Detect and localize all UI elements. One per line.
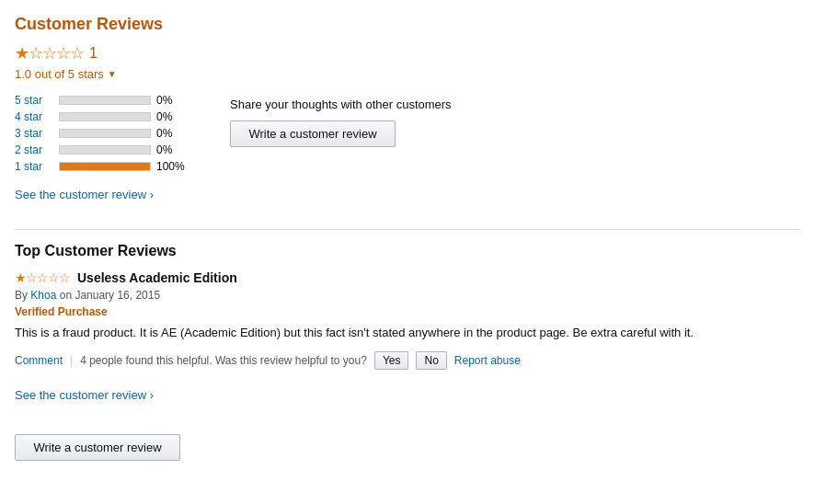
rating-bar-row: 4 star0% [15,110,184,123]
review-body: This is a fraud product. It is AE (Acade… [15,324,800,342]
review-count: 1 [89,45,98,62]
ratings-grid: 5 star0%4 star0%3 star0%2 star0%1 star10… [15,94,800,173]
see-reviews-link-bottom[interactable]: See the customer review › [15,388,154,402]
rating-bar-bg [59,112,151,121]
write-review-button-bottom[interactable]: Write a customer review [15,434,180,461]
ratings-bars: 5 star0%4 star0%3 star0%2 star0%1 star10… [15,94,184,173]
filled-stars: ★☆☆☆☆ [15,43,84,63]
rating-bar-label[interactable]: 2 star [15,143,53,156]
rating-bar-row: 1 star100% [15,160,184,173]
review-meta: By Khoa on January 16, 2015 [15,289,800,302]
rating-bar-pct: 100% [156,160,184,173]
rating-bar-label[interactable]: 4 star [15,110,53,123]
reviews-list: ★☆☆☆☆Useless Academic EditionBy Khoa on … [15,270,800,370]
review-stars-title-row: ★☆☆☆☆Useless Academic Edition [15,270,800,285]
rating-bar-fill [60,163,150,170]
section-divider [15,229,800,230]
rating-bar-row: 3 star0% [15,127,184,140]
rating-bar-row: 5 star0% [15,94,184,107]
share-text: Share your thoughts with other customers [230,97,452,111]
write-review-button-top[interactable]: Write a customer review [230,120,396,147]
rating-bar-label[interactable]: 5 star [15,94,53,107]
review-title: Useless Academic Edition [77,270,237,285]
rating-bar-label[interactable]: 1 star [15,160,53,173]
rating-bar-pct: 0% [156,127,184,140]
comment-link[interactable]: Comment [15,354,63,367]
rating-bar-bg [59,96,151,105]
ratings-right: Share your thoughts with other customers… [230,94,452,173]
rating-bar-bg [59,129,151,138]
report-abuse-link[interactable]: Report abuse [454,354,521,367]
overall-stars-row: ★☆☆☆☆ 1 [15,43,800,63]
customer-reviews-section: Customer Reviews ★☆☆☆☆ 1 1.0 out of 5 st… [15,15,800,461]
rating-bar-pct: 0% [156,94,184,107]
verified-purchase-badge: Verified Purchase [15,305,800,318]
bottom-section: See the customer review › Write a custom… [15,388,800,461]
top-reviews-title: Top Customer Reviews [15,243,800,259]
rating-bar-row: 2 star0% [15,143,184,156]
review-actions: Comment|4 people found this helpful. Was… [15,351,800,370]
review-stars-icon: ★☆☆☆☆ [15,270,70,285]
rating-bar-label[interactable]: 3 star [15,127,53,140]
dropdown-arrow-icon[interactable]: ▼ [108,69,117,79]
rating-text: 1.0 out of 5 stars [15,67,104,81]
rating-bar-pct: 0% [156,143,184,156]
yes-button[interactable]: Yes [374,351,409,370]
rating-bar-bg [59,162,151,171]
rating-bar-pct: 0% [156,110,184,123]
no-button[interactable]: No [416,351,446,370]
rating-bar-bg [59,145,151,155]
pipe-separator: | [70,354,73,367]
review-item: ★☆☆☆☆Useless Academic EditionBy Khoa on … [15,270,800,370]
review-author[interactable]: Khoa [30,289,56,302]
see-reviews-link-top[interactable]: See the customer review › [15,188,154,201]
section-title: Customer Reviews [15,15,800,34]
helpful-text: 4 people found this helpful. Was this re… [80,354,367,367]
rating-summary-row: 1.0 out of 5 stars ▼ [15,67,800,81]
